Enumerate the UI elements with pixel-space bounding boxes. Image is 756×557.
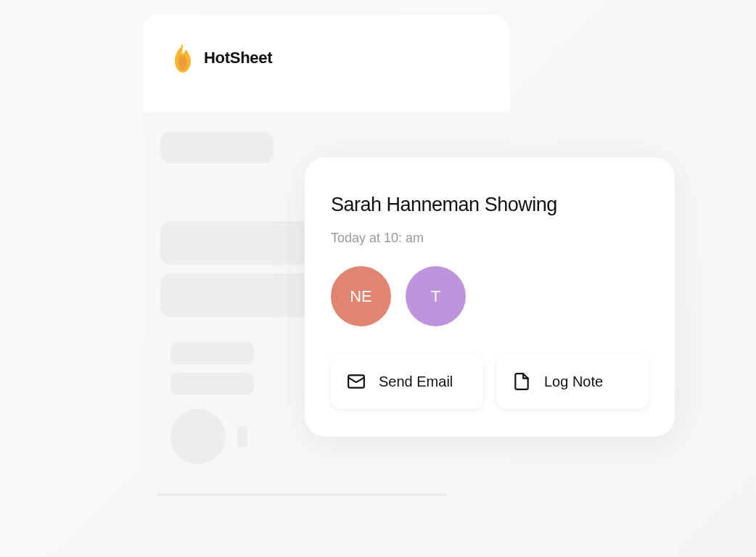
send-email-label: Send Email xyxy=(379,374,453,390)
avatar-initials: T xyxy=(431,287,440,306)
skeleton-block xyxy=(170,373,254,395)
detail-title: Sarah Hanneman Showing xyxy=(331,194,649,216)
log-note-label: Log Note xyxy=(544,374,603,390)
file-icon xyxy=(512,372,531,391)
skeleton-block xyxy=(237,426,247,447)
mail-icon xyxy=(347,372,366,391)
skeleton-circle xyxy=(170,409,226,464)
send-email-button[interactable]: Send Email xyxy=(331,354,483,409)
detail-card: Sarah Hanneman Showing Today at 10: am N… xyxy=(305,157,675,437)
detail-time: Today at 10: am xyxy=(331,231,649,246)
app-title: HotSheet xyxy=(204,49,272,67)
avatar: NE xyxy=(331,266,391,326)
avatar-initials: NE xyxy=(350,287,372,306)
avatar-row: NE T xyxy=(331,266,649,326)
skeleton-divider xyxy=(156,493,448,496)
action-row: Send Email Log Note xyxy=(331,354,649,409)
logo-block: HotSheet xyxy=(170,42,272,74)
app-header: HotSheet xyxy=(143,15,509,112)
flame-icon xyxy=(170,42,195,74)
avatar: T xyxy=(406,266,466,326)
log-note-button[interactable]: Log Note xyxy=(496,354,649,409)
skeleton-block xyxy=(170,342,254,364)
skeleton-block xyxy=(160,131,274,163)
